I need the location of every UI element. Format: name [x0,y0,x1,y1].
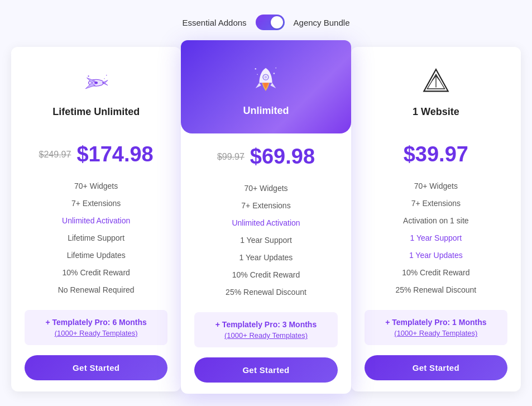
features-list: 70+ Widgets7+ ExtensionsUnlimited Activa… [194,180,337,301]
card-header: 1 Website [351,47,521,131]
feature-item: 7+ Extensions [194,197,337,214]
card-title: 1 Website [413,106,459,118]
plane-icon [78,64,114,99]
card-title: Lifetime Unlimited [52,106,140,118]
price-current: $69.98 [250,145,315,169]
get-started-button[interactable]: Get Started [365,355,507,380]
toggle-label-right: Agency Bundle [294,18,350,27]
price-row: $249.97 $174.98 [25,142,167,166]
bonus-main: + Templately Pro: 1 Months [373,318,499,327]
bonus-box: + Templately Pro: 3 Months (1000+ Ready … [194,312,337,347]
bonus-box: + Templately Pro: 6 Months (1000+ Ready … [25,310,167,345]
price-original: $99.97 [217,152,245,162]
feature-item: 70+ Widgets [194,180,337,197]
triangle-icon [418,64,454,99]
price-row: $99.97 $69.98 [194,145,337,169]
svg-point-6 [276,68,277,69]
price-row: $39.97 [365,142,507,166]
feature-item: 1 Year Updates [194,249,337,266]
svg-point-10 [265,76,267,79]
bonus-box: + Templately Pro: 1 Months (1000+ Ready … [365,310,507,345]
feature-item: 7+ Extensions [365,195,507,212]
svg-point-8 [257,74,258,75]
feature-item: 1 Year Support [194,232,337,249]
card-body: $39.97 70+ Widgets7+ ExtensionsActivatio… [351,131,521,391]
pricing-card-lifetime-unlimited: Lifetime Unlimited $249.97 $174.98 70+ W… [11,47,181,391]
feature-item: 1 Year Support [365,230,507,247]
toggle-label-left: Essential Addons [183,18,247,27]
feature-item: 70+ Widgets [365,178,507,195]
bonus-main: + Templately Pro: 3 Months [203,320,328,329]
price-current: $39.97 [404,142,468,166]
card-body: $99.97 $69.98 70+ Widgets7+ ExtensionsUn… [181,133,351,394]
feature-item: 25% Renewal Discount [194,284,337,301]
svg-point-3 [106,75,107,76]
pricing-card-one-website: 1 Website $39.97 70+ Widgets7+ Extension… [351,47,521,391]
svg-point-7 [274,73,275,74]
feature-item: 1 Year Updates [365,247,507,264]
pricing-card-unlimited: Unlimited $99.97 $69.98 70+ Widgets7+ Ex… [181,40,351,394]
feature-item: Lifetime Updates [25,247,167,264]
card-header: Unlimited [181,40,351,133]
feature-item: No Renewal Required [25,281,167,299]
rocket-icon [248,63,284,98]
toggle-row: Essential Addons Agency Bundle [183,15,350,30]
feature-item: 10% Credit Reward [194,266,337,284]
feature-item: 10% Credit Reward [365,264,507,281]
feature-item: 7+ Extensions [25,195,167,212]
price-current: $174.98 [76,142,153,166]
feature-item: Unlimited Activation [194,214,337,232]
bonus-sub[interactable]: (1000+ Ready Templates) [203,331,328,340]
feature-item: 10% Credit Reward [25,264,167,281]
bonus-sub[interactable]: (1000+ Ready Templates) [33,329,159,337]
get-started-button[interactable]: Get Started [25,355,167,380]
feature-item: Unlimited Activation [25,212,167,230]
feature-item: 25% Renewal Discount [365,281,507,299]
get-started-button[interactable]: Get Started [194,357,337,383]
card-title: Unlimited [243,105,289,117]
toggle-switch[interactable] [256,15,285,30]
svg-point-4 [104,78,105,79]
svg-point-2 [88,75,89,77]
card-header: Lifetime Unlimited [11,47,181,131]
feature-item: 70+ Widgets [25,178,167,195]
svg-point-5 [255,68,256,69]
price-original: $249.97 [39,150,71,160]
svg-point-1 [94,82,98,84]
bonus-main: + Templately Pro: 6 Months [33,318,159,327]
features-list: 70+ Widgets7+ ExtensionsUnlimited Activa… [25,178,167,299]
features-list: 70+ Widgets7+ ExtensionsActivation on 1 … [365,178,507,299]
feature-item: Activation on 1 site [365,212,507,230]
card-body: $249.97 $174.98 70+ Widgets7+ Extensions… [11,131,181,391]
bonus-sub[interactable]: (1000+ Ready Templates) [373,329,499,337]
feature-item: Lifetime Support [25,230,167,247]
pricing-cards: Lifetime Unlimited $249.97 $174.98 70+ W… [11,47,521,391]
